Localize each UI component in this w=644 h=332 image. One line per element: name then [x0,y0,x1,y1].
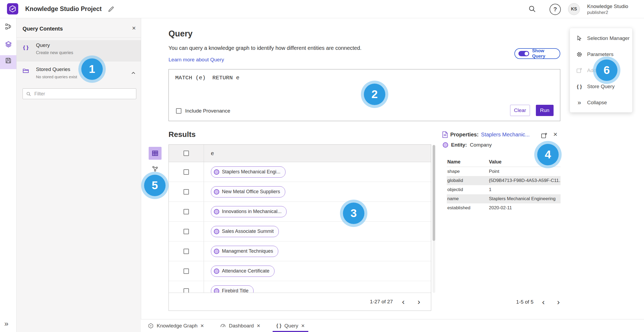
add-square-icon [576,67,583,74]
entity-chip-label: New Metal Office Suppliers [222,189,280,195]
rail-expand-button[interactable]: » [4,319,9,328]
table-row: New Metal Office Suppliers [169,182,431,202]
row-checkbox[interactable] [184,268,189,274]
menu-item-parameters[interactable]: Parameters [570,46,632,62]
page-title: Query [169,29,193,39]
close-tab-icon[interactable]: × [301,323,305,329]
row-checkbox[interactable] [184,209,189,214]
left-icon-rail [0,18,17,332]
menu-item-collapse[interactable]: » Collapse [570,95,632,111]
folder-icon [22,67,29,74]
collapse-section-button[interactable] [130,70,136,76]
menu-item-label: Selection Manager [587,35,630,41]
menu-item-store-query[interactable]: { } Store Query [570,79,632,95]
add-to-selection-button[interactable] [540,132,548,139]
link-chart-icon [152,165,159,172]
row-checkbox[interactable] [184,229,189,234]
user-avatar[interactable]: KS [568,3,580,15]
project-title: Knowledge Studio Project [25,5,102,13]
sidebar-item-query-sublabel: Create new queries [36,50,73,55]
include-provenance-checkbox[interactable] [176,108,181,114]
annotation-badge-6: 6 [596,59,617,81]
row-checkbox[interactable] [184,169,189,175]
search-button[interactable] [528,4,537,13]
property-row: globalid {5D9B4713-F98D-4A53-A59F-C11... [447,176,561,185]
entity-dot-icon [214,169,219,175]
help-button[interactable]: ? [550,4,561,15]
table-row: Innovations in Mechanical... [169,202,431,222]
entity-chip[interactable]: Attendance Certificate [211,266,275,277]
entity-dot-icon [214,288,219,293]
entity-chip-label: Innovations in Mechanical... [222,209,281,214]
query-item-highlight[interactable] [17,40,141,61]
prev-page-button[interactable]: ‹ [538,297,548,307]
close-tab-icon[interactable]: × [257,323,260,329]
entity-chip[interactable]: Innovations in Mechanical... [211,206,287,217]
scrollbar-thumb[interactable] [433,145,435,241]
column-header-name: Name [447,159,489,165]
query-code-input[interactable]: MATCH (e) RETURN e [175,75,239,81]
results-table-body: Staplers Mechanical Engi... New Metal Of… [169,162,431,293]
select-all-checkbox[interactable] [184,151,189,156]
table-view-button[interactable] [149,147,162,160]
row-checkbox[interactable] [184,288,189,293]
entity-chip[interactable]: Staplers Mechanical Engi... [211,166,286,178]
close-properties-button[interactable]: × [553,131,557,137]
save-icon [5,57,12,64]
property-name: objectid [447,187,489,192]
sidebar-item-query-label[interactable]: Query [36,42,50,48]
bottom-tab-bar: Knowledge Graph × Dashboard × { } Query … [141,319,644,332]
layers-icon [5,41,12,48]
row-checkbox[interactable] [184,189,189,195]
entity-chip-label: Sales Associate Summit [222,229,274,234]
prev-page-button[interactable]: ‹ [398,297,408,307]
close-panel-button[interactable]: × [132,25,136,31]
properties-header: Properties: Staplers Mechanic... [442,131,530,138]
menu-item-selection-manager[interactable]: Selection Manager [570,30,632,46]
learn-more-link[interactable]: Learn more about Query [169,57,224,63]
entity-chip[interactable]: Sales Associate Summit [211,226,279,237]
row-checkbox[interactable] [184,249,189,254]
entity-chip[interactable]: Firebird Title [211,285,254,293]
tab-dashboard[interactable]: Dashboard × [216,319,264,332]
filter-input[interactable] [34,91,133,97]
pencil-icon [108,6,115,13]
hierarchy-icon [5,23,12,30]
edit-title-button[interactable] [107,5,115,13]
next-page-button[interactable]: › [553,297,564,307]
close-tab-icon[interactable]: × [200,323,204,329]
run-button[interactable]: Run [536,105,554,116]
entity-dot-icon [443,142,448,148]
entity-chip[interactable]: New Metal Office Suppliers [211,186,285,197]
rail-save-button[interactable] [5,57,12,64]
rail-contents-button[interactable] [5,23,12,30]
property-value: 2020-02-11 [489,205,561,211]
property-row: name Staplers Mechanical Engineering [447,194,561,203]
properties-entity-link[interactable]: Staplers Mechanic... [481,132,530,138]
graph-view-button[interactable] [151,165,159,173]
show-query-label: Show Query [532,48,556,59]
property-name: name [447,196,489,202]
avatar-initials: KS [571,7,577,12]
question-mark-icon: ? [553,6,557,13]
tab-query[interactable]: { } Query × [273,319,309,332]
rail-layers-button[interactable] [5,40,12,48]
column-header-e: e [204,145,431,162]
stored-queries-label[interactable]: Stored Queries [36,66,70,72]
results-pagination: 1-27 of 27 ‹ › [169,293,431,311]
toggle-knob [525,52,528,55]
show-query-toggle[interactable]: Show Query [514,48,560,59]
table-icon [152,150,159,157]
entity-chip[interactable]: Managment Techniques [211,246,278,257]
app-logo-icon[interactable] [7,3,18,14]
tab-knowledge-graph[interactable]: Knowledge Graph × [144,319,208,332]
next-page-button[interactable]: › [414,297,424,307]
double-chevron-right-icon: » [576,99,583,106]
entity-dot-icon [214,249,219,254]
stored-queries-icon-wrap [22,67,30,74]
menu-item-label: Add [587,68,596,73]
divider [17,61,141,61]
add-to-map-icon [541,132,548,139]
double-chevron-right-icon: » [4,319,9,328]
clear-button[interactable]: Clear [510,105,530,116]
